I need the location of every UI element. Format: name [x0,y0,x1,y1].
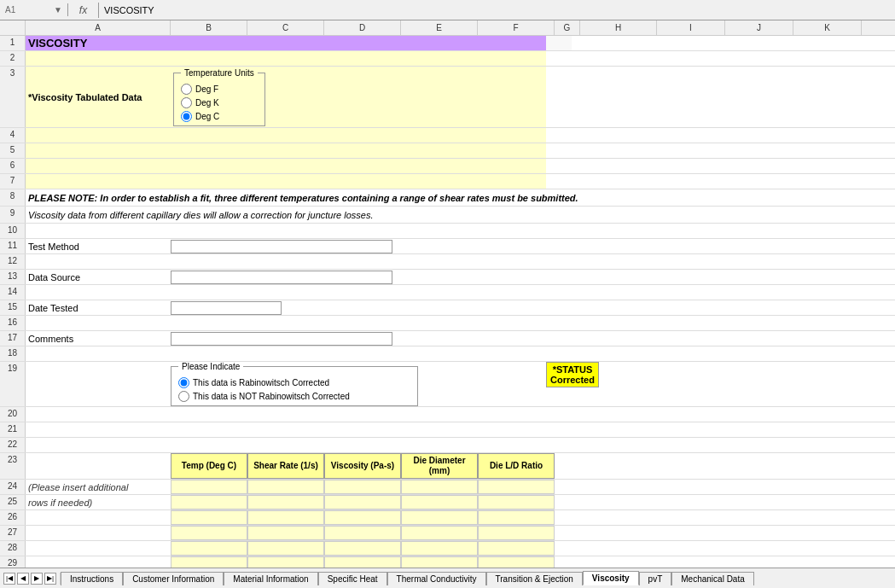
radio-degk-input[interactable] [181,97,192,108]
col-header-e[interactable]: E [401,20,478,35]
cell-g6 [546,159,572,173]
cell-h1 [572,36,648,50]
row-num-17: 17 [0,331,26,346]
data-r26-t[interactable] [171,510,247,525]
cell-h7 [572,174,648,189]
row-6: 6 [0,159,895,174]
data-row24-diam[interactable] [401,480,478,494]
cell-a1[interactable]: VISCOSITY [26,36,546,50]
row-num-9: 9 [0,207,26,223]
radio-not-corrected[interactable]: This data is NOT Rabinowitsch Corrected [178,391,410,402]
cell-a12 [26,254,700,269]
radio-corrected-input[interactable] [178,377,189,388]
row-num-25: 25 [0,495,26,509]
radio-degk[interactable]: Deg K [181,97,258,108]
data-row24-visc[interactable] [324,480,401,494]
radio-corrected-label: This data is Rabinowitsch Corrected [193,378,329,387]
row-num-24: 24 [0,480,26,494]
cell-reference[interactable]: A1 ▼ [0,3,68,16]
cell-b17[interactable] [171,331,401,346]
row-28: 28 [0,541,895,556]
col-header-j[interactable]: J [725,20,793,35]
data-r26-s[interactable] [247,510,324,525]
status-box: *STATUS Corrected [546,362,599,387]
row-num-6: 6 [0,159,26,173]
formula-bar: A1 ▼ fx VISCOSITY [0,0,895,20]
data-r26-v[interactable] [324,510,401,525]
data-row25-shear[interactable] [247,495,324,509]
radio-not-corrected-input[interactable] [178,391,189,402]
data-r26-d[interactable] [401,510,478,525]
data-row25-visc[interactable] [324,495,401,509]
test-method-input[interactable] [171,240,392,253]
cell-ref-dropdown-icon[interactable]: ▼ [54,5,62,15]
cell-e17 [401,331,700,346]
radio-corrected[interactable]: This data is Rabinowitsch Corrected [178,377,410,388]
col-header-k[interactable]: K [793,20,862,35]
data-row25-diam[interactable] [401,495,478,509]
data-row24-shear[interactable] [247,480,324,494]
cell-a7 [26,174,546,189]
cell-g1 [546,36,572,50]
grid-content[interactable]: 1 VISCOSITY 2 3 *Viscosity Tabulated Dat… [0,36,895,568]
col-header-g[interactable]: G [555,20,580,35]
temp-units-legend: Temperature Units [181,68,258,78]
cell-b11[interactable] [171,239,401,253]
cell-b15[interactable] [171,300,401,315]
radio-degc[interactable]: Deg C [181,111,258,122]
date-tested-input[interactable] [171,301,282,315]
row-19: 19 Please Indicate This data is Rabinowi… [0,362,895,407]
cell-ref-value: A1 [5,5,15,15]
row-num-2: 2 [0,51,26,66]
data-source-input[interactable] [171,271,392,284]
cell-j1 [717,36,785,50]
row-20: 20 [0,407,895,422]
radio-degf-input[interactable] [181,84,192,95]
col-header-c[interactable]: C [247,20,324,35]
cell-a18 [26,346,700,361]
fx-icon: fx [68,3,99,18]
row-num-18: 18 [0,346,26,361]
row-5: 5 [0,143,895,159]
cell-b13[interactable] [171,270,401,284]
row-3: 3 *Viscosity Tabulated Data Temperature … [0,67,895,128]
row-12: 12 [0,254,895,270]
cell-a22 [26,438,700,452]
col-header-a[interactable]: A [26,20,171,35]
radio-degf[interactable]: Deg F [181,84,258,95]
row-29: 29 [0,556,895,568]
row-27: 27 [0,526,895,541]
row-22: 22 [0,438,895,453]
cell-a25: rows if needed) [26,495,171,509]
row-1: 1 VISCOSITY [0,36,895,51]
row-17: 17 Comments [0,331,895,346]
cell-h2 [572,51,648,66]
cell-g23 [555,453,768,479]
cell-g4 [546,128,572,143]
row-num-12: 12 [0,254,26,269]
data-row25-ld[interactable] [478,495,555,509]
col-header-i[interactable]: I [657,20,725,35]
col-header-h[interactable]: H [580,20,657,35]
cell-a21 [26,422,700,437]
cell-g7 [546,174,572,189]
col-header-f[interactable]: F [478,20,555,35]
cell-h4 [572,128,648,143]
col-header-temp: Temp (Deg C) [171,453,247,479]
comments-input[interactable] [171,332,392,346]
data-row25-temp[interactable] [171,495,247,509]
cell-h5 [572,143,648,158]
data-r26-l[interactable] [478,510,555,525]
data-row24-temp[interactable] [171,480,247,494]
radio-degc-input[interactable] [181,111,192,122]
data-row24-ld[interactable] [478,480,555,494]
col-header-d[interactable]: D [324,20,401,35]
cell-h3 [572,67,648,127]
formula-input[interactable]: VISCOSITY [99,3,895,17]
col-header-b[interactable]: B [171,20,247,35]
cell-a9: Viscosity data from different capillary … [26,207,793,223]
row-11: 11 Test Method [0,239,895,254]
cell-e11 [401,239,700,253]
col-header-shear: Shear Rate (1/s) [247,453,324,479]
radio-degf-label: Deg F [195,84,218,94]
